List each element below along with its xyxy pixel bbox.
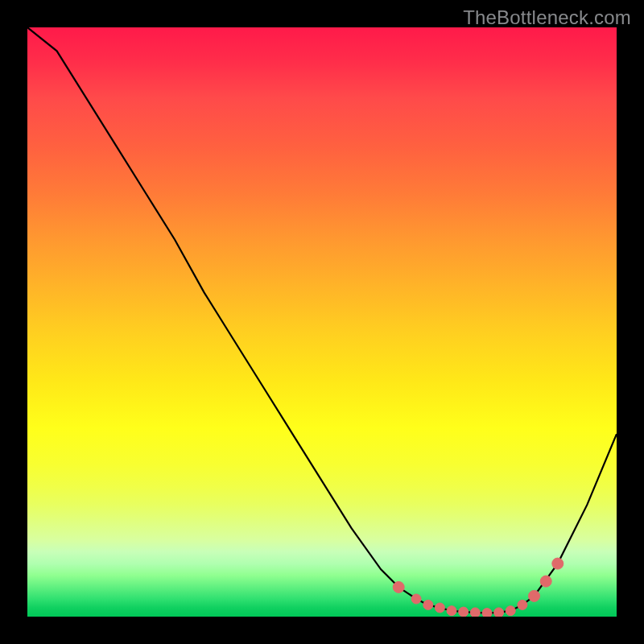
curve-marker xyxy=(518,600,527,609)
curve-marker xyxy=(447,606,456,616)
curve-marker xyxy=(506,606,515,616)
curve-marker xyxy=(482,609,492,617)
curve-marker xyxy=(494,608,504,617)
chart-frame: TheBottleneck.com xyxy=(0,0,644,644)
curve-marker xyxy=(540,576,551,587)
bottleneck-curve-layer xyxy=(27,27,617,617)
curve-marker xyxy=(529,590,540,601)
bottleneck-curve xyxy=(27,27,617,613)
plot-area xyxy=(27,27,617,617)
curve-marker xyxy=(552,558,564,569)
curve-marker xyxy=(423,600,433,609)
curve-marker xyxy=(411,594,421,604)
curve-marker xyxy=(393,581,404,592)
curve-marker xyxy=(470,608,480,617)
curve-marker xyxy=(459,607,469,617)
watermark-text: TheBottleneck.com xyxy=(463,6,631,29)
curve-marker xyxy=(435,603,444,613)
